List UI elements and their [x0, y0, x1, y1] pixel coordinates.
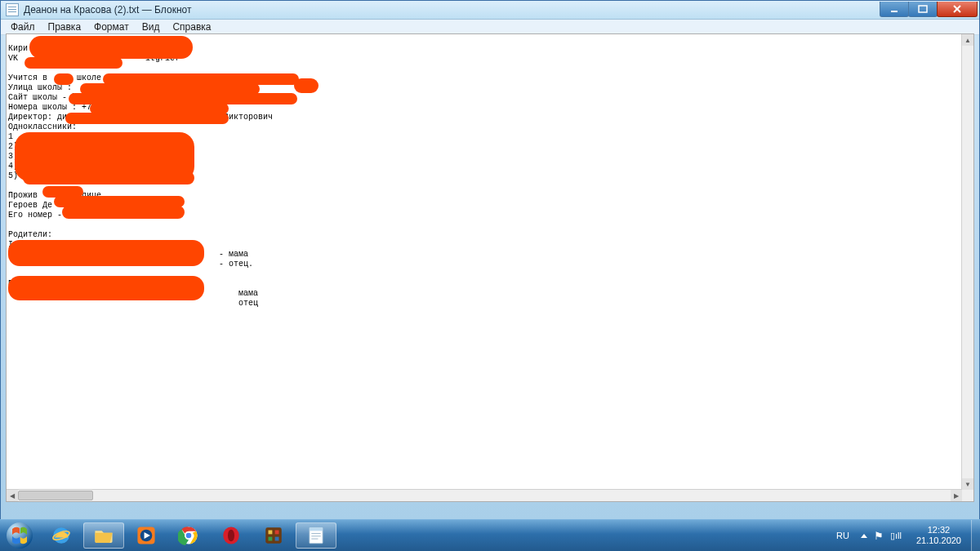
internet-explorer-icon	[51, 525, 72, 546]
taskbar-clock[interactable]: 12:32 21.10.2020	[906, 522, 971, 549]
taskbar-app-ie[interactable]	[41, 522, 82, 549]
scroll-down-icon[interactable]: ▼	[962, 478, 973, 490]
vertical-scrollbar[interactable]: ▲ ▼	[961, 34, 973, 490]
editor-area: Кири Красов VK itgrief Учится в школе кл…	[6, 33, 974, 502]
svg-rect-17	[275, 531, 279, 535]
titlebar[interactable]: Деанон на Красова (2).txt — Блокнот	[1, 1, 979, 20]
notepad-window: Деанон на Красова (2).txt — Блокнот Файл…	[0, 0, 980, 521]
media-player-icon	[136, 525, 157, 546]
menu-format[interactable]: Формат	[87, 20, 136, 33]
taskbar-app-chrome[interactable]	[168, 522, 209, 549]
taskbar-app-other[interactable]	[253, 522, 294, 549]
menu-edit[interactable]: Правка	[42, 20, 88, 33]
opera-icon	[220, 525, 242, 546]
taskbar-apps	[41, 520, 336, 551]
app-icon	[263, 525, 284, 546]
chrome-icon	[178, 525, 199, 546]
action-center-icon[interactable]: ⚑	[874, 530, 884, 542]
menu-file[interactable]: Файл	[4, 20, 42, 33]
clock-date: 21.10.2020	[916, 535, 961, 546]
windows-orb-icon	[6, 522, 33, 549]
document-icon	[6, 3, 19, 16]
svg-rect-1	[919, 6, 927, 12]
svg-rect-21	[310, 527, 323, 531]
svg-point-4	[7, 522, 33, 549]
system-tray: RU ⚑ ▯ıll 12:32 21.10.2020	[830, 520, 980, 551]
svg-rect-19	[275, 537, 279, 541]
folder-icon	[93, 525, 114, 546]
scroll-corner	[962, 490, 973, 501]
menu-view[interactable]: Вид	[136, 20, 167, 33]
scroll-up-icon[interactable]: ▲	[962, 34, 973, 46]
svg-rect-16	[269, 531, 273, 535]
svg-rect-15	[265, 527, 282, 544]
maximize-button[interactable]	[908, 2, 938, 17]
close-button[interactable]	[937, 2, 978, 17]
window-title: Деанон на Красова (2).txt — Блокнот	[24, 4, 880, 16]
minimize-button[interactable]	[880, 2, 909, 17]
menu-help[interactable]: Справка	[166, 20, 217, 33]
network-icon[interactable]: ▯ıll	[890, 531, 902, 541]
taskbar-app-notepad[interactable]	[296, 522, 336, 549]
scroll-right-icon[interactable]: ▶	[951, 490, 962, 501]
text-editor[interactable]: Кири Красов VK itgrief Учится в школе кл…	[8, 44, 962, 482]
language-indicator[interactable]: RU	[830, 531, 856, 540]
scroll-left-icon[interactable]: ◀	[7, 490, 18, 501]
window-buttons	[880, 2, 978, 18]
start-button[interactable]	[0, 520, 39, 551]
svg-point-14	[228, 530, 234, 542]
clock-time: 12:32	[916, 525, 961, 535]
svg-rect-18	[269, 537, 273, 541]
taskbar-app-media-player[interactable]	[126, 522, 167, 549]
svg-rect-0	[891, 11, 898, 12]
taskbar-app-opera[interactable]	[211, 522, 252, 549]
show-desktop-button[interactable]	[971, 520, 980, 551]
taskbar: RU ⚑ ▯ıll 12:32 21.10.2020	[0, 519, 980, 551]
notepad-icon	[305, 525, 327, 546]
tray-overflow-icon[interactable]	[861, 534, 867, 538]
scroll-thumb[interactable]	[18, 491, 93, 500]
taskbar-app-explorer[interactable]	[83, 522, 124, 549]
horizontal-scrollbar[interactable]: ◀ ▶	[7, 489, 962, 501]
